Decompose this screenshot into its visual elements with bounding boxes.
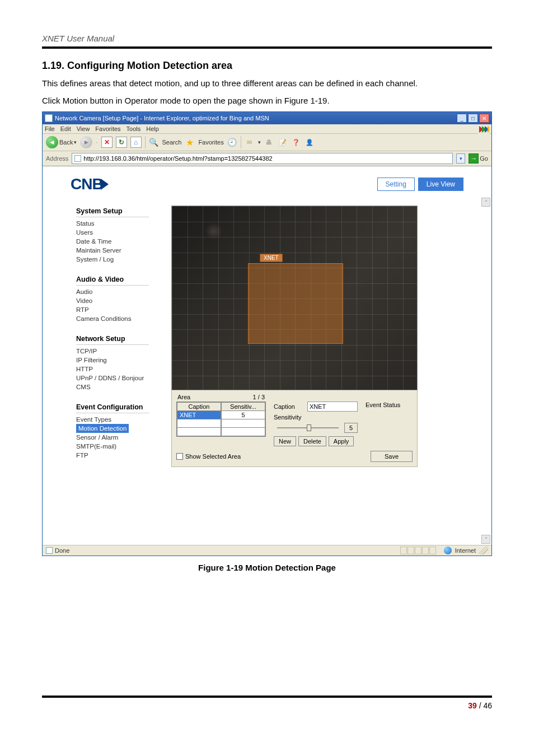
sidebar-item-eventtypes[interactable]: Event Types bbox=[76, 415, 171, 424]
apply-button[interactable]: Apply bbox=[329, 436, 354, 446]
paragraph-1: This defines areas that detect motion, a… bbox=[42, 77, 492, 90]
sidebar-item-ftp[interactable]: FTP bbox=[76, 451, 171, 460]
sidebar-item-status[interactable]: Status bbox=[76, 219, 171, 228]
back-dropdown-icon[interactable]: ▾ bbox=[74, 139, 77, 145]
td-caption[interactable]: XNET bbox=[177, 411, 221, 419]
sidebar-head-av: Audio & Video bbox=[76, 274, 149, 286]
page-total: 46 bbox=[483, 701, 492, 710]
area-label: Area bbox=[177, 394, 190, 400]
video-blob bbox=[205, 223, 222, 240]
zone-label: Internet bbox=[455, 547, 476, 554]
history-icon[interactable]: 🕘 bbox=[227, 137, 237, 147]
close-button[interactable]: ✕ bbox=[479, 114, 489, 123]
control-panel: Area 1 / 3 Caption Sensitiv... bbox=[171, 390, 418, 467]
address-label: Address bbox=[46, 155, 68, 162]
separator bbox=[145, 136, 146, 148]
delete-button[interactable]: Delete bbox=[298, 436, 326, 446]
ie-throbber-icon bbox=[478, 125, 489, 134]
sidebar-item-sensor[interactable]: Sensor / Alarm bbox=[76, 433, 171, 442]
minimize-button[interactable]: _ bbox=[457, 114, 467, 123]
messenger-icon[interactable]: 👤 bbox=[305, 137, 315, 147]
favorites-button[interactable]: Favorites bbox=[198, 139, 223, 146]
sidebar-item-ipfilter[interactable]: IP Filtering bbox=[76, 356, 171, 365]
menu-favorites[interactable]: Favorites bbox=[95, 125, 120, 132]
motion-region[interactable]: XNET bbox=[248, 263, 343, 344]
header-rule bbox=[42, 46, 492, 49]
sidebar-item-users[interactable]: Users bbox=[76, 228, 171, 237]
page-current: 39 bbox=[468, 701, 477, 710]
save-button[interactable]: Save bbox=[371, 451, 413, 462]
mail-dropdown-icon[interactable]: ▾ bbox=[258, 139, 261, 145]
sidebar-item-cms[interactable]: CMS bbox=[76, 382, 171, 391]
sidebar-item-http[interactable]: HTTP bbox=[76, 365, 171, 374]
sidebar-item-camcond[interactable]: Camera Conditions bbox=[76, 314, 171, 323]
sidebar-item-rtp[interactable]: RTP bbox=[76, 305, 171, 314]
scroll-up-button[interactable]: ˄ bbox=[481, 198, 490, 207]
sidebar-item-audio[interactable]: Audio bbox=[76, 287, 171, 296]
search-button[interactable]: Search bbox=[162, 139, 182, 146]
back-button[interactable]: ◄ Back ▾ bbox=[46, 136, 77, 148]
sidebar-item-video[interactable]: Video bbox=[76, 296, 171, 305]
address-dropdown[interactable]: ▾ bbox=[456, 153, 465, 164]
go-button[interactable]: → Go bbox=[469, 153, 488, 164]
show-selected-label: Show Selected Area bbox=[185, 453, 241, 460]
checkbox-icon bbox=[176, 453, 183, 460]
sidebar-item-systemlog[interactable]: System / Log bbox=[76, 255, 171, 264]
cnb-logo-icon bbox=[101, 179, 109, 190]
menubar: File Edit View Favorites Tools Help bbox=[43, 124, 491, 134]
sidebar: System Setup Status Users Date & Time Ma… bbox=[76, 198, 171, 470]
sidebar-item-smtp[interactable]: SMTP(E-mail) bbox=[76, 442, 171, 451]
refresh-icon: ↻ bbox=[119, 138, 124, 146]
forward-button[interactable]: ► bbox=[80, 136, 92, 148]
menu-edit[interactable]: Edit bbox=[60, 125, 71, 132]
slider-thumb[interactable] bbox=[307, 424, 311, 431]
event-status-block: Event Status bbox=[366, 394, 410, 408]
page-content: CNB Setting Live View ˄ ˅ System Setup S… bbox=[43, 166, 491, 545]
resize-grip[interactable] bbox=[479, 547, 488, 554]
research-icon[interactable]: ❓ bbox=[291, 137, 301, 147]
sidebar-head-network: Network Setup bbox=[76, 333, 149, 345]
address-input[interactable]: http://193.168.0.36/html/operator/Setup.… bbox=[72, 153, 453, 164]
menu-file[interactable]: File bbox=[45, 125, 55, 132]
main-panel: XNET Area 1 / 3 bbox=[171, 198, 484, 467]
search-icon: 🔍 bbox=[149, 137, 159, 147]
video-preview[interactable]: XNET bbox=[171, 206, 418, 390]
section-title: 1.19. Configuring Motion Detection area bbox=[42, 60, 492, 72]
menu-view[interactable]: View bbox=[77, 125, 90, 132]
new-button[interactable]: New bbox=[274, 436, 296, 446]
setting-button[interactable]: Setting bbox=[377, 178, 415, 191]
footer-rule bbox=[42, 696, 492, 698]
td-sensitivity[interactable]: 5 bbox=[221, 411, 265, 419]
status-segments bbox=[400, 547, 436, 554]
toolbar: ◄ Back ▾ ► · ✕ ↻ ⌂ 🔍 Search ★ Favorites … bbox=[43, 134, 491, 151]
sidebar-item-datetime[interactable]: Date & Time bbox=[76, 237, 171, 246]
liveview-button[interactable]: Live View bbox=[418, 178, 463, 191]
show-selected-checkbox[interactable]: Show Selected Area bbox=[176, 453, 241, 460]
cnb-header: CNB Setting Live View bbox=[43, 166, 491, 198]
menu-help[interactable]: Help bbox=[146, 125, 159, 132]
page-icon bbox=[45, 114, 53, 122]
sensitivity-slider[interactable] bbox=[277, 427, 339, 428]
th-caption[interactable]: Caption bbox=[177, 402, 221, 411]
sidebar-item-upnp[interactable]: UPnP / DDNS / Bonjour bbox=[76, 374, 171, 382]
scroll-down-button[interactable]: ˅ bbox=[481, 535, 490, 544]
doc-header: XNET User Manual bbox=[42, 34, 492, 43]
maximize-button[interactable]: □ bbox=[468, 114, 478, 123]
print-icon[interactable]: 🖶 bbox=[264, 137, 274, 147]
go-icon: → bbox=[469, 153, 479, 164]
home-button[interactable]: ⌂ bbox=[130, 137, 142, 148]
sidebar-item-motion[interactable]: Motion Detection bbox=[76, 424, 129, 433]
th-sensitivity[interactable]: Sensitiv... bbox=[221, 402, 265, 411]
caption-input[interactable]: XNET bbox=[307, 402, 358, 412]
sidebar-item-tcpip[interactable]: TCP/IP bbox=[76, 347, 171, 356]
stop-button[interactable]: ✕ bbox=[101, 137, 113, 148]
edit-icon[interactable]: 📝 bbox=[278, 137, 288, 147]
area-table[interactable]: Caption Sensitiv... XNET 5 bbox=[176, 402, 266, 437]
menu-tools[interactable]: Tools bbox=[127, 125, 141, 132]
sidebar-item-maintain[interactable]: Maintain Server bbox=[76, 246, 171, 255]
back-label: Back bbox=[59, 139, 73, 146]
mail-icon[interactable]: ✉ bbox=[245, 137, 255, 147]
motion-region-label: XNET bbox=[260, 254, 283, 262]
home-icon: ⌂ bbox=[134, 138, 138, 146]
refresh-button[interactable]: ↻ bbox=[116, 137, 127, 148]
